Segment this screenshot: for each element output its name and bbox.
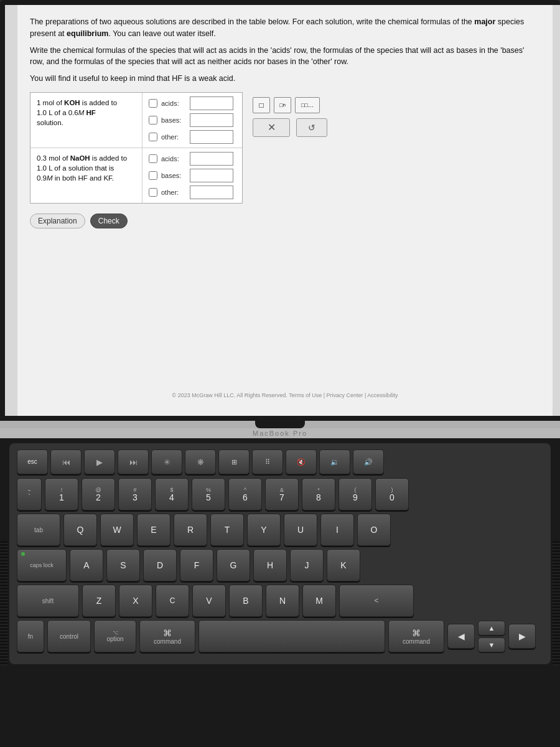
key-s[interactable]: S: [106, 549, 140, 581]
key-d[interactable]: D: [143, 549, 177, 581]
key-command-right[interactable]: ⌘ command: [388, 620, 444, 652]
undo-button[interactable]: ↺: [296, 118, 327, 137]
key-esc[interactable]: esc: [17, 449, 48, 474]
row1-acids-label: acids:: [161, 100, 186, 107]
key-w[interactable]: W: [100, 514, 134, 546]
right-panel: □ □n □□… ✕ ↺: [253, 92, 327, 204]
key-x[interactable]: X: [119, 585, 152, 617]
key-0[interactable]: ) 0: [375, 478, 409, 510]
function-row: esc ⏮ ▶ ⏭ ✳ ❋ ⊞ ⠿ 🔇: [17, 449, 543, 474]
key-1[interactable]: ! 1: [45, 478, 78, 510]
row1-acids-checkbox[interactable]: [149, 99, 157, 108]
key-i[interactable]: I: [320, 514, 354, 546]
key-backtick[interactable]: ~ `: [17, 478, 42, 510]
key-tab[interactable]: tab: [17, 514, 60, 546]
key-g[interactable]: G: [217, 549, 250, 581]
key-brightness-up[interactable]: ✳: [151, 449, 182, 474]
key-arrow-left[interactable]: ◀: [447, 624, 475, 649]
subscript-num-button[interactable]: □n: [274, 97, 291, 113]
row1-other-input[interactable]: [190, 130, 233, 144]
key-arrow-up[interactable]: ▲: [478, 621, 505, 636]
subscript-button[interactable]: □: [253, 97, 270, 113]
row1-inputs: acids: bases: other:: [142, 93, 242, 148]
key-capslock[interactable]: caps lock: [17, 549, 67, 581]
key-arrow-down[interactable]: ▼: [478, 637, 505, 652]
key-a[interactable]: A: [70, 549, 103, 581]
key-mute[interactable]: 🔇: [286, 449, 317, 474]
key-command-left[interactable]: ⌘ command: [139, 620, 195, 652]
key-fastforward[interactable]: ⏭: [118, 449, 149, 474]
hinge-notch: [255, 421, 305, 428]
key-y[interactable]: Y: [247, 514, 281, 546]
key-h[interactable]: H: [253, 549, 287, 581]
row2-bases-checkbox[interactable]: [149, 171, 157, 180]
key-5[interactable]: % 5: [192, 478, 225, 510]
row2-description: 0.3 mol of NaOH is added to 1.0 L of a s…: [30, 148, 142, 203]
table-row: 1 mol of KOH is added to 1.0 L of a 0.6M…: [30, 93, 242, 148]
key-o[interactable]: O: [357, 514, 391, 546]
key-k[interactable]: K: [327, 549, 360, 581]
row1-acids-input[interactable]: [190, 96, 233, 110]
row1-bases-row: bases:: [149, 113, 236, 127]
row2-other-checkbox[interactable]: [149, 188, 157, 197]
key-option[interactable]: ⌥ option: [94, 620, 136, 652]
key-7[interactable]: & 7: [265, 478, 299, 510]
row2-acids-checkbox[interactable]: [149, 154, 157, 163]
key-control[interactable]: control: [47, 620, 91, 652]
key-c[interactable]: C: [156, 585, 189, 617]
key-9[interactable]: ( 9: [338, 478, 372, 510]
key-8[interactable]: * 8: [302, 478, 335, 510]
clear-button[interactable]: ✕: [253, 118, 290, 137]
key-shift-right[interactable]: <: [339, 585, 414, 617]
row2-acids-row: acids:: [149, 152, 236, 166]
key-shift-left[interactable]: shift: [17, 585, 79, 617]
key-u[interactable]: U: [284, 514, 317, 546]
key-4[interactable]: $ 4: [155, 478, 189, 510]
row2-bases-row: bases:: [149, 169, 236, 182]
row1-description: 1 mol of KOH is added to 1.0 L of a 0.6M…: [30, 93, 142, 148]
key-play[interactable]: ▶: [84, 449, 115, 474]
key-arrow-right[interactable]: ▶: [508, 624, 536, 649]
row2-bases-input[interactable]: [190, 169, 233, 182]
key-mission-control[interactable]: ⊞: [218, 449, 250, 474]
row1-bases-checkbox[interactable]: [149, 116, 157, 125]
key-launchpad[interactable]: ⠿: [252, 449, 283, 474]
row1-other-row: other:: [149, 130, 236, 144]
keyboard: esc ⏮ ▶ ⏭ ✳ ❋ ⊞ ⠿ 🔇: [9, 443, 551, 664]
key-n[interactable]: N: [266, 585, 299, 617]
screen-content: The preparations of two aqueous solution…: [5, 5, 555, 416]
key-vol-down[interactable]: 🔉: [319, 449, 350, 474]
key-fn[interactable]: fn: [17, 620, 44, 652]
key-6[interactable]: ^ 6: [228, 478, 262, 510]
screen-bezel: The preparations of two aqueous solution…: [0, 0, 560, 421]
key-r[interactable]: R: [174, 514, 207, 546]
key-brightness-down[interactable]: ❋: [185, 449, 216, 474]
subscript-dots-button[interactable]: □□…: [295, 97, 320, 113]
row2-bases-label: bases:: [161, 172, 186, 179]
key-m[interactable]: M: [302, 585, 336, 617]
row1-other-checkbox[interactable]: [149, 133, 157, 141]
row1-bases-input[interactable]: [190, 113, 233, 127]
zxcv-row: shift Z X C V B N M <: [17, 585, 543, 617]
row2-other-input[interactable]: [190, 186, 233, 199]
key-e[interactable]: E: [137, 514, 170, 546]
key-t[interactable]: T: [210, 514, 244, 546]
key-j[interactable]: J: [290, 549, 324, 581]
key-f[interactable]: F: [180, 549, 213, 581]
macbook-label: MacBook Pro: [0, 428, 560, 438]
key-b[interactable]: B: [229, 585, 263, 617]
key-rewind[interactable]: ⏮: [50, 449, 82, 474]
key-q[interactable]: Q: [63, 514, 97, 546]
screen-inner: The preparations of two aqueous solution…: [17, 5, 553, 416]
key-space[interactable]: [198, 620, 385, 652]
key-z[interactable]: Z: [82, 585, 116, 617]
row2-inputs: acids: bases: other:: [142, 148, 242, 203]
key-2[interactable]: @ 2: [82, 478, 115, 510]
speaker-right: [553, 541, 560, 665]
check-button[interactable]: Check: [90, 214, 128, 228]
key-vol-up[interactable]: 🔊: [353, 449, 384, 474]
key-v[interactable]: V: [192, 585, 226, 617]
key-3[interactable]: # 3: [118, 478, 152, 510]
row2-acids-input[interactable]: [190, 152, 233, 166]
explanation-button[interactable]: Explanation: [30, 214, 85, 228]
